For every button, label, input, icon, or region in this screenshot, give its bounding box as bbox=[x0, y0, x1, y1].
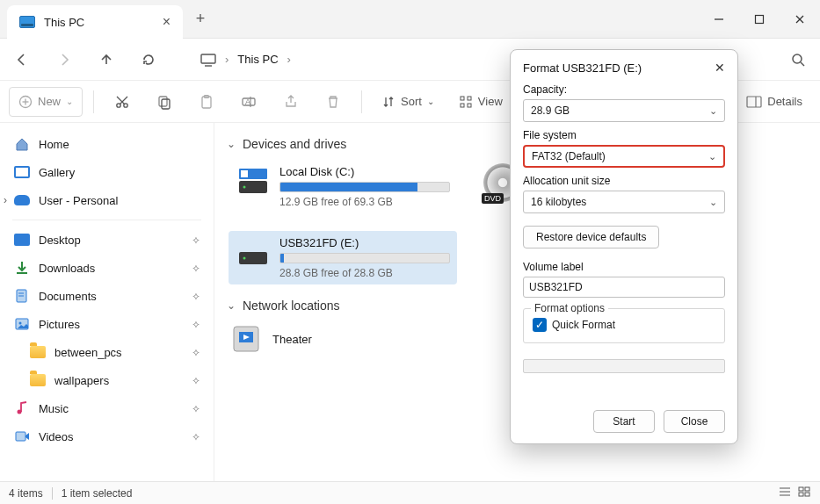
sidebar-item-desktop[interactable]: Desktop ⟡ bbox=[0, 226, 214, 254]
refresh-button[interactable] bbox=[134, 45, 163, 75]
close-button[interactable] bbox=[780, 0, 820, 38]
drive-usb-e[interactable]: USB321FD (E:) 28.8 GB free of 28.8 GB bbox=[229, 231, 457, 284]
chevron-down-icon: ⌄ bbox=[227, 299, 236, 312]
svg-rect-22 bbox=[461, 97, 464, 100]
sidebar-item-music[interactable]: Music ⟡ bbox=[0, 394, 214, 422]
sidebar-item-between-pcs[interactable]: between_pcs ⟡ bbox=[0, 338, 214, 366]
drive-name: USB321FD (E:) bbox=[279, 236, 450, 249]
new-button[interactable]: New ⌄ bbox=[9, 87, 83, 117]
back-button[interactable] bbox=[7, 45, 37, 75]
pin-icon[interactable]: ⟡ bbox=[192, 374, 200, 386]
drive-local-c[interactable]: Local Disk (C:) 12.9 GB free of 69.3 GB bbox=[229, 160, 457, 213]
pin-icon[interactable]: ⟡ bbox=[192, 262, 200, 274]
svg-rect-24 bbox=[461, 104, 464, 107]
pin-icon[interactable]: ⟡ bbox=[192, 430, 200, 443]
folder-icon bbox=[30, 346, 46, 358]
window-controls bbox=[699, 0, 820, 38]
capacity-value: 28.9 GB bbox=[531, 104, 570, 117]
breadcrumb-this-pc[interactable]: This PC bbox=[237, 53, 278, 66]
minimize-button[interactable] bbox=[699, 0, 739, 38]
allocation-value: 16 kilobytes bbox=[531, 196, 586, 208]
drive-free-text: 28.8 GB free of 28.8 GB bbox=[279, 267, 450, 279]
quick-format-label: Quick Format bbox=[552, 319, 615, 331]
filesystem-select[interactable]: FAT32 (Default) ⌄ bbox=[523, 145, 725, 168]
chevron-down-icon: ⌄ bbox=[709, 105, 717, 117]
capacity-select[interactable]: 28.9 GB ⌄ bbox=[523, 99, 725, 122]
quick-format-checkbox[interactable]: ✓ Quick Format bbox=[533, 318, 715, 332]
rename-button[interactable]: A bbox=[231, 87, 266, 117]
status-bar: 4 items 1 item selected bbox=[0, 481, 820, 504]
label: Documents bbox=[39, 290, 97, 303]
label: Pictures bbox=[39, 318, 80, 331]
view-large-toggle[interactable] bbox=[797, 486, 811, 500]
label: Videos bbox=[39, 430, 74, 443]
search-icon[interactable] bbox=[783, 45, 813, 75]
sidebar-item-videos[interactable]: Videos ⟡ bbox=[0, 422, 214, 450]
pin-icon[interactable]: ⟡ bbox=[192, 234, 200, 246]
group-label: Network locations bbox=[243, 299, 340, 313]
format-options-legend: Format options bbox=[531, 302, 608, 314]
sidebar-item-home[interactable]: Home bbox=[0, 130, 214, 158]
sidebar-item-downloads[interactable]: Downloads ⟡ bbox=[0, 254, 214, 282]
forward-button[interactable] bbox=[49, 45, 79, 75]
sidebar-item-gallery[interactable]: Gallery bbox=[0, 158, 214, 186]
restore-defaults-button[interactable]: Restore device defaults bbox=[523, 226, 659, 248]
scissors-icon bbox=[114, 94, 130, 110]
chevron-right-icon[interactable]: › bbox=[4, 194, 7, 206]
sort-button[interactable]: Sort ⌄ bbox=[373, 87, 443, 117]
trash-icon bbox=[325, 94, 341, 110]
pin-icon[interactable]: ⟡ bbox=[192, 318, 200, 330]
new-tab-button[interactable]: + bbox=[183, 0, 218, 38]
sidebar-item-wallpapers[interactable]: wallpapers ⟡ bbox=[0, 366, 214, 394]
sidebar-item-onedrive[interactable]: › User - Personal bbox=[0, 186, 214, 214]
start-button[interactable]: Start bbox=[593, 410, 655, 433]
music-icon bbox=[14, 400, 30, 416]
allocation-select[interactable]: 16 kilobytes ⌄ bbox=[523, 191, 725, 213]
sidebar-item-pictures[interactable]: Pictures ⟡ bbox=[0, 310, 214, 338]
svg-point-32 bbox=[19, 322, 22, 325]
maximize-button[interactable] bbox=[739, 0, 780, 38]
pin-icon[interactable]: ⟡ bbox=[192, 290, 200, 302]
tab-this-pc[interactable]: This PC × bbox=[7, 5, 183, 39]
cut-button[interactable] bbox=[105, 87, 140, 117]
format-dialog: Format USB321FD (E:) ✕ Capacity: 28.9 GB… bbox=[510, 49, 738, 444]
svg-rect-25 bbox=[468, 104, 471, 107]
up-button[interactable] bbox=[91, 45, 121, 75]
separator bbox=[361, 90, 362, 113]
svg-rect-1 bbox=[756, 15, 764, 23]
svg-rect-34 bbox=[16, 432, 25, 441]
label: Desktop bbox=[39, 234, 81, 247]
dialog-close-button[interactable]: ✕ bbox=[715, 61, 725, 75]
copy-button[interactable] bbox=[147, 87, 182, 117]
volume-label-value: USB321FD bbox=[529, 281, 583, 293]
separator bbox=[12, 220, 201, 220]
view-label: View bbox=[478, 95, 503, 108]
documents-icon bbox=[14, 288, 30, 304]
separator bbox=[52, 487, 53, 500]
paste-button[interactable] bbox=[189, 87, 224, 117]
format-options-group: Format options ✓ Quick Format bbox=[523, 308, 725, 343]
navigation-pane: Home Gallery › User - Personal Desktop ⟡… bbox=[0, 123, 214, 481]
delete-button[interactable] bbox=[316, 87, 351, 117]
sidebar-item-documents[interactable]: Documents ⟡ bbox=[0, 282, 214, 310]
svg-rect-4 bbox=[201, 54, 215, 63]
volume-label-input[interactable]: USB321FD bbox=[523, 277, 725, 298]
label: User - Personal bbox=[39, 194, 118, 207]
view-details-toggle[interactable] bbox=[778, 486, 792, 500]
svg-rect-23 bbox=[468, 97, 471, 100]
chevron-down-icon: ⌄ bbox=[709, 197, 717, 208]
chevron-right-icon: › bbox=[287, 53, 291, 66]
svg-rect-49 bbox=[805, 493, 809, 496]
downloads-icon bbox=[14, 260, 30, 276]
sort-icon bbox=[381, 95, 395, 109]
pin-icon[interactable]: ⟡ bbox=[192, 346, 200, 358]
share-button[interactable] bbox=[273, 87, 308, 117]
close-dialog-button[interactable]: Close bbox=[664, 410, 725, 433]
folder-icon bbox=[30, 374, 46, 386]
details-pane-button[interactable]: Details bbox=[737, 87, 811, 117]
label: Home bbox=[39, 138, 69, 151]
pin-icon[interactable]: ⟡ bbox=[192, 402, 200, 414]
breadcrumb[interactable]: › This PC › bbox=[200, 53, 291, 67]
tab-close-button[interactable]: × bbox=[163, 15, 171, 29]
filesystem-label: File system bbox=[523, 129, 725, 141]
